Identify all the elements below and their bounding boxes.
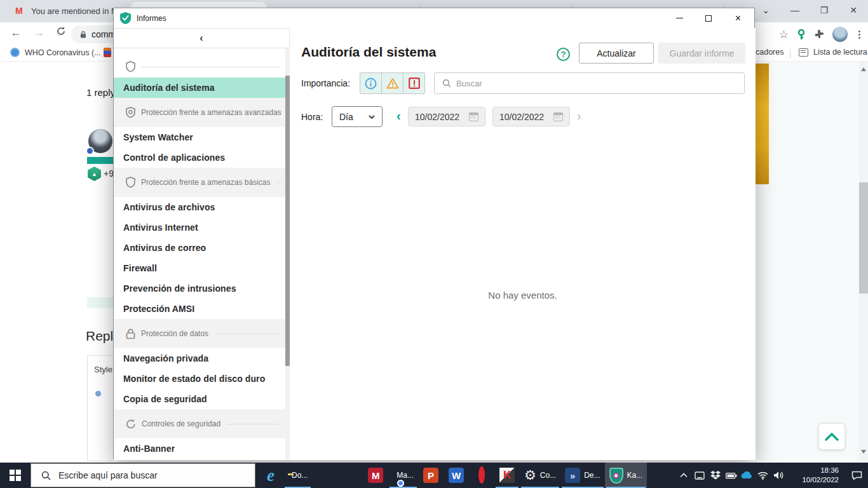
- filter-info-button[interactable]: [360, 73, 382, 93]
- taskbar-app-settings[interactable]: ⚙Co...: [520, 463, 560, 488]
- save-report-button[interactable]: Guardar informe: [658, 43, 745, 64]
- sidebar-scrollbar[interactable]: [285, 48, 290, 460]
- page-scrollbar[interactable]: [859, 62, 868, 461]
- scroll-to-top-button[interactable]: [818, 423, 845, 450]
- taskbar-search-input[interactable]: Escribe aquí para buscar: [31, 463, 255, 487]
- taskbar-app-word[interactable]: W: [444, 463, 469, 488]
- back-icon[interactable]: ←: [10, 26, 22, 39]
- sidebar-item[interactable]: Antivirus Internet: [114, 217, 290, 238]
- taskbar-apps: eDo...MMa...PWK⚙Co...»De...Ka...: [258, 463, 647, 488]
- gmail-favicon: M: [15, 7, 25, 15]
- period-dropdown[interactable]: Día: [332, 106, 383, 127]
- reload-icon[interactable]: [56, 26, 66, 39]
- internet-explorer-icon: e: [267, 467, 275, 484]
- date-from-value: 10/02/2022: [415, 112, 459, 122]
- help-button[interactable]: ?: [557, 48, 570, 61]
- sidebar-item[interactable]: Antivirus de correo: [114, 238, 290, 258]
- other-bookmarks-partial[interactable]: cadores: [756, 48, 783, 57]
- bookmark-star-icon[interactable]: ☆: [779, 28, 789, 41]
- battery-icon[interactable]: [723, 472, 739, 479]
- window-titlebar[interactable]: Informes ×: [114, 8, 754, 28]
- sidebar-item[interactable]: Navegación privada: [114, 348, 290, 369]
- settings-icon: ⚙: [524, 468, 536, 482]
- next-period-button[interactable]: ›: [577, 109, 581, 123]
- taskbar-app-opera[interactable]: [469, 463, 494, 488]
- scrollbar-up-icon[interactable]: [861, 67, 866, 71]
- taskbar-app-label: Co...: [540, 471, 556, 480]
- taskbar: Escribe aquí para buscar eDo...MMa...PWK…: [0, 463, 868, 488]
- taskbar-app-file-explorer[interactable]: Do...: [283, 463, 312, 488]
- reply-editor-box[interactable]: Style: [87, 355, 113, 461]
- browser-tab-gmail[interactable]: M You are mentioned in Ma: [6, 0, 123, 22]
- sidebar-item[interactable]: Firewall: [114, 258, 290, 278]
- tablet-mode-icon[interactable]: [691, 471, 707, 480]
- password-key-icon[interactable]: [797, 29, 806, 40]
- start-button[interactable]: [0, 463, 31, 488]
- sidebar-item[interactable]: Auditoría del sistema: [114, 78, 290, 98]
- browser-window-controls: ⌄ — ❐ ✕: [751, 3, 868, 18]
- sidebar-item[interactable]: System Watcher: [114, 127, 290, 147]
- taskbar-app-label: De...: [584, 471, 600, 480]
- search-icon: [442, 79, 451, 88]
- bookmark-item[interactable]: [104, 48, 111, 57]
- action-center-button[interactable]: [845, 471, 868, 480]
- dropbox-icon[interactable]: [707, 471, 723, 480]
- maximize-button[interactable]: [694, 8, 722, 28]
- browser-menu-icon[interactable]: [856, 30, 863, 39]
- prev-period-button[interactable]: ‹: [397, 109, 401, 123]
- taskbar-app-powerpoint[interactable]: P: [418, 463, 444, 488]
- onedrive-icon[interactable]: [739, 471, 755, 479]
- scrollbar-down-icon[interactable]: [861, 450, 866, 454]
- close-button[interactable]: ×: [724, 8, 752, 28]
- sidebar-item[interactable]: Prevención de intrusiones: [114, 278, 290, 299]
- screen: M You are mentioned in Ma ⌄ — ❐ ✕ ← → co…: [0, 0, 868, 488]
- date-to-field[interactable]: 10/02/2022: [492, 107, 570, 126]
- filter-warning-button[interactable]: [382, 73, 403, 93]
- sidebar-scrollbar-thumb[interactable]: [285, 76, 290, 366]
- editor-toolbar-icon: [95, 391, 101, 396]
- taskbar-app-kaspersky-app[interactable]: Ka...: [605, 463, 648, 488]
- browser-close-button[interactable]: ✕: [839, 5, 868, 15]
- profile-avatar[interactable]: [832, 27, 848, 42]
- sidebar-collapse-button[interactable]: ‹: [114, 28, 290, 48]
- taskbar-search-placeholder: Escribe aquí para buscar: [58, 470, 158, 480]
- refresh-button[interactable]: Actualizar: [579, 43, 654, 64]
- address-bar[interactable]: comm: [71, 25, 116, 43]
- bookmark-label: cadores: [756, 48, 783, 57]
- filter-critical-button[interactable]: [403, 73, 424, 93]
- taskbar-app-chrome[interactable]: Ma...: [388, 463, 418, 488]
- taskbar-app-firefox[interactable]: [337, 463, 363, 488]
- search-input[interactable]: Buscar: [434, 72, 745, 94]
- tab-search-chevron-icon[interactable]: ⌄: [751, 5, 780, 15]
- sidebar-item[interactable]: Control de aplicaciones: [114, 147, 290, 168]
- taskbar-app-kaspersky-kav[interactable]: K: [494, 463, 520, 488]
- taskbar-app-mendeley[interactable]: M: [363, 463, 388, 488]
- taskbar-clock[interactable]: 18:36 10/02/2022: [792, 466, 839, 485]
- bookmark-who[interactable]: WHO Coronavirus (...: [10, 48, 100, 57]
- window-title: Informes: [137, 14, 166, 23]
- wifi-icon[interactable]: [755, 471, 771, 480]
- date-from-field[interactable]: 10/02/2022: [408, 107, 485, 126]
- tray-chevron-up-icon[interactable]: [675, 473, 691, 478]
- sidebar-item[interactable]: Protección AMSI: [114, 299, 290, 319]
- scrollbar-thumb[interactable]: [859, 182, 868, 294]
- page-title: Auditoría del sistema: [301, 44, 436, 60]
- browser-minimize-button[interactable]: —: [780, 5, 810, 15]
- sidebar-item[interactable]: Anti-Banner: [114, 438, 290, 459]
- extensions-puzzle-icon[interactable]: [814, 29, 824, 39]
- minimize-button[interactable]: [665, 8, 694, 28]
- windows-logo-icon: [10, 470, 21, 481]
- taskbar-app-edge[interactable]: [312, 463, 337, 488]
- volume-icon[interactable]: [771, 471, 787, 480]
- reading-list-button[interactable]: Lista de lectura: [799, 48, 867, 57]
- sidebar-item[interactable]: Monitor de estado del disco duro: [114, 369, 290, 389]
- sidebar-item[interactable]: Copia de seguridad: [114, 389, 290, 409]
- visual-studio-icon: »: [565, 468, 580, 483]
- forward-icon[interactable]: →: [33, 26, 44, 39]
- taskbar-app-internet-explorer[interactable]: e: [258, 463, 283, 488]
- mendeley-icon: M: [368, 468, 383, 483]
- browser-restore-button[interactable]: ❐: [810, 5, 839, 15]
- sidebar-item[interactable]: Antivirus de archivos: [114, 197, 290, 217]
- bookmarks-divider: [790, 49, 790, 58]
- taskbar-app-visual-studio[interactable]: »De...: [560, 463, 604, 488]
